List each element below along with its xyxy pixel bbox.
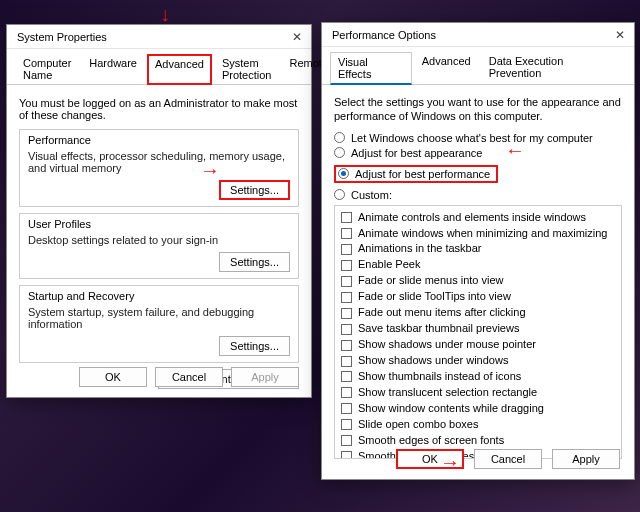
group-title: Startup and Recovery	[28, 290, 290, 302]
tab-dep[interactable]: Data Execution Prevention	[481, 51, 626, 84]
checkbox-label: Fade out menu items after clicking	[358, 305, 526, 321]
checkbox-icon	[341, 244, 352, 255]
checkbox-icon	[341, 371, 352, 382]
checkbox-icon	[341, 308, 352, 319]
radio-label: Adjust for best performance	[355, 168, 490, 180]
checkbox-label: Animate windows when minimizing and maxi…	[358, 226, 607, 242]
checkbox-label: Animate controls and elements inside win…	[358, 210, 586, 226]
radio-custom[interactable]: Custom:	[334, 189, 622, 201]
radio-best-performance[interactable]: Adjust for best performance	[334, 165, 498, 183]
system-properties-dialog: System Properties ✕ Computer Name Hardwa…	[6, 24, 312, 398]
checkbox-row[interactable]: Fade or slide menus into view	[341, 273, 615, 289]
radio-label: Custom:	[351, 189, 392, 201]
checkbox-label: Slide open combo boxes	[358, 417, 478, 433]
checkbox-row[interactable]: Enable Peek	[341, 257, 615, 273]
checkbox-icon	[341, 324, 352, 335]
checkbox-row[interactable]: Show thumbnails instead of icons	[341, 369, 615, 385]
checkbox-row[interactable]: Smooth edges of screen fonts	[341, 433, 615, 449]
titlebar: Performance Options ✕	[322, 23, 634, 47]
checkbox-icon	[341, 276, 352, 287]
checkbox-icon	[341, 292, 352, 303]
radio-icon	[334, 147, 345, 158]
radio-auto[interactable]: Let Windows choose what's best for my co…	[334, 132, 622, 144]
checkbox-icon	[341, 340, 352, 351]
checkbox-label: Show thumbnails instead of icons	[358, 369, 521, 385]
checkbox-label: Show window contents while dragging	[358, 401, 544, 417]
radio-icon	[334, 189, 345, 200]
window-title: System Properties	[13, 31, 289, 43]
group-title: User Profiles	[28, 218, 290, 230]
checkbox-icon	[341, 387, 352, 398]
checkbox-row[interactable]: Animate controls and elements inside win…	[341, 210, 615, 226]
tabstrip: Visual Effects Advanced Data Execution P…	[322, 47, 634, 85]
radio-label: Let Windows choose what's best for my co…	[351, 132, 593, 144]
checkbox-label: Show shadows under windows	[358, 353, 508, 369]
checkbox-label: Fade or slide ToolTips into view	[358, 289, 511, 305]
checkbox-row[interactable]: Show translucent selection rectangle	[341, 385, 615, 401]
tabstrip: Computer Name Hardware Advanced System P…	[7, 49, 311, 85]
group-text: Desktop settings related to your sign-in	[28, 234, 290, 246]
group-text: Visual effects, processor scheduling, me…	[28, 150, 290, 174]
radio-icon	[334, 132, 345, 143]
intro-text: Select the settings you want to use for …	[334, 95, 622, 124]
checkbox-row[interactable]: Fade out menu items after clicking	[341, 305, 615, 321]
radio-icon	[338, 168, 349, 179]
checkbox-icon	[341, 212, 352, 223]
checkbox-icon	[341, 419, 352, 430]
cancel-button[interactable]: Cancel	[474, 449, 542, 469]
dialog-body: Select the settings you want to use for …	[322, 85, 634, 467]
startup-settings-button[interactable]: Settings...	[219, 336, 290, 356]
checkbox-label: Show translucent selection rectangle	[358, 385, 537, 401]
footer-buttons: OK Cancel Apply	[79, 367, 299, 387]
radio-best-appearance[interactable]: Adjust for best appearance	[334, 147, 622, 159]
ok-button[interactable]: OK	[396, 449, 464, 469]
tab-computer-name[interactable]: Computer Name	[15, 53, 79, 84]
checkbox-label: Enable Peek	[358, 257, 420, 273]
group-text: System startup, system failure, and debu…	[28, 306, 290, 330]
user-profiles-settings-button[interactable]: Settings...	[219, 252, 290, 272]
checkbox-label: Animations in the taskbar	[358, 241, 482, 257]
checkbox-icon	[341, 260, 352, 271]
checkbox-row[interactable]: Fade or slide ToolTips into view	[341, 289, 615, 305]
close-icon[interactable]: ✕	[612, 27, 628, 43]
checkbox-row[interactable]: Save taskbar thumbnail previews	[341, 321, 615, 337]
checkbox-row[interactable]: Animations in the taskbar	[341, 241, 615, 257]
annotation-arrow-icon	[160, 4, 170, 24]
checkbox-row[interactable]: Slide open combo boxes	[341, 417, 615, 433]
window-title: Performance Options	[328, 29, 612, 41]
ok-button[interactable]: OK	[79, 367, 147, 387]
group-title: Performance	[28, 134, 290, 146]
checkbox-label: Save taskbar thumbnail previews	[358, 321, 519, 337]
tab-advanced[interactable]: Advanced	[414, 51, 479, 84]
radio-label: Adjust for best appearance	[351, 147, 482, 159]
close-icon[interactable]: ✕	[289, 29, 305, 45]
checkbox-icon	[341, 403, 352, 414]
performance-settings-button[interactable]: Settings...	[219, 180, 290, 200]
checkbox-label: Show shadows under mouse pointer	[358, 337, 536, 353]
checkbox-row[interactable]: Animate windows when minimizing and maxi…	[341, 226, 615, 242]
admin-notice: You must be logged on as an Administrato…	[19, 97, 299, 121]
checkbox-icon	[341, 356, 352, 367]
tab-visual-effects[interactable]: Visual Effects	[330, 52, 412, 85]
tab-hardware[interactable]: Hardware	[81, 53, 145, 84]
user-profiles-group: User Profiles Desktop settings related t…	[19, 213, 299, 279]
titlebar: System Properties ✕	[7, 25, 311, 49]
apply-button[interactable]: Apply	[231, 367, 299, 387]
tab-system-protection[interactable]: System Protection	[214, 53, 280, 84]
footer-buttons: OK Cancel Apply	[396, 449, 620, 469]
checkbox-icon	[341, 228, 352, 239]
performance-group: Performance Visual effects, processor sc…	[19, 129, 299, 207]
dialog-body: You must be logged on as an Administrato…	[7, 85, 311, 397]
tab-advanced[interactable]: Advanced	[147, 54, 212, 85]
checkbox-icon	[341, 435, 352, 446]
checkbox-row[interactable]: Show shadows under windows	[341, 353, 615, 369]
checkbox-row[interactable]: Show shadows under mouse pointer	[341, 337, 615, 353]
startup-recovery-group: Startup and Recovery System startup, sys…	[19, 285, 299, 363]
apply-button[interactable]: Apply	[552, 449, 620, 469]
visual-effects-list[interactable]: Animate controls and elements inside win…	[334, 205, 622, 459]
checkbox-row[interactable]: Show window contents while dragging	[341, 401, 615, 417]
performance-options-dialog: Performance Options ✕ Visual Effects Adv…	[321, 22, 635, 480]
checkbox-icon	[341, 451, 352, 458]
checkbox-label: Fade or slide menus into view	[358, 273, 504, 289]
cancel-button[interactable]: Cancel	[155, 367, 223, 387]
